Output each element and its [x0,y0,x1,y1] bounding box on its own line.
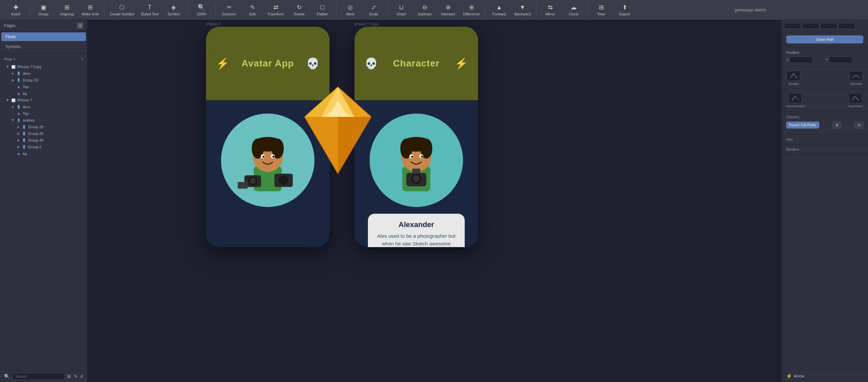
character-app-title: Character [393,58,440,69]
layer-top-copy[interactable]: ▶ ◈ Top [0,84,87,90]
asymmetric-button[interactable] [849,93,862,103]
create-symbol-button[interactable]: ⬡ Create Symbol [106,2,137,18]
layer-group44[interactable]: ▶ f Group 44 [0,137,87,144]
rotate-icon: ↻ [297,4,302,11]
canvas[interactable]: iPhone 7 iPhone 7 Copy ⚡ Avatar App 💀 [88,20,781,382]
svg-rect-30 [412,169,420,174]
backward-label: Backward [515,12,530,16]
zoom-icon: 🔍 [198,4,205,11]
symbol-icon-bg-7: ◈ [16,152,21,156]
layer-bg-7[interactable]: ▶ ◈ bg [0,150,87,157]
layer-top-7[interactable]: ▶ ◈ Top [0,110,87,117]
avatar-app-body [206,100,330,247]
layer-group33[interactable]: ▶ f Group 33 [0,77,87,84]
character-description: Alex used to be a photographer but when … [375,232,458,247]
iphone7-artboard-label: iPhone 7 [206,22,220,26]
search-input[interactable] [12,373,64,380]
layer-bg-copy[interactable]: ▶ ◈ bg [0,90,87,97]
difference-button[interactable]: ⊕ Difference [460,2,483,18]
position-section: Position X Y [781,47,868,67]
ungroup-button[interactable]: ⊞ Ungroup [55,2,79,18]
fills-section: Fills [781,135,868,145]
corners-icon-button-1[interactable]: ⊞ [833,121,841,128]
iphone7-frame[interactable]: ⚡ Avatar App 💀 [206,27,330,247]
mirrored-button[interactable] [849,71,863,81]
group-button[interactable]: ▣ Group [32,2,55,18]
layer-group29[interactable]: ▶ f Group 29 [0,130,87,137]
round-full-pixels-button[interactable]: Round: Full Pixels [786,121,819,128]
arrow-desc-7: ▶ [11,105,16,109]
search-toggle-button[interactable]: 🔍 [4,373,10,380]
iphone7copy-frame[interactable]: 💀 Character ⚡ [354,27,478,247]
svg-point-26 [421,156,423,157]
x-input[interactable] [789,56,813,63]
right-y2-input[interactable] [838,23,855,29]
svg-point-25 [411,156,413,157]
edit-mode-button[interactable]: ✎ [74,373,78,380]
left-sidebar: Pages + Flows Symbols Page 1 + ▶ ⬜ iPhon… [0,20,88,382]
folder-icon-group44: f [21,138,27,142]
right-x1-input[interactable] [784,23,801,29]
arrow-avatars: ▶ [11,118,16,122]
anima-bar: ⚡ Anima [781,370,868,382]
symbol-button[interactable]: ◈ Symbol [162,2,185,18]
close-path-button[interactable]: Close Path [786,35,863,43]
disconnected-button[interactable] [788,93,802,103]
styled-text-button[interactable]: T Styled Text [137,3,162,18]
forward-button[interactable]: ▲ Forward [488,3,511,18]
svg-point-10 [272,156,274,157]
export-button[interactable]: ⬆ Export [613,2,636,18]
document-title: gamesapp.sketch [636,8,864,12]
page-symbols[interactable]: Symbols [1,42,86,51]
mirror-button[interactable]: ⇆ Mirror [538,2,562,18]
corners-icon-button-2[interactable]: ⊟ [855,121,863,128]
cloud-button[interactable]: ☁ Cloud [562,2,585,18]
transform-button[interactable]: ⇄ Transform [264,2,287,18]
layer-desc-7[interactable]: ▶ f desc [0,104,87,110]
symbol-icon: ◈ [171,4,176,11]
layer-avatars[interactable]: ▶ f avatars [0,117,87,123]
page-expand-icon[interactable]: + [81,57,83,61]
close-path-section: Close Path [781,32,868,47]
meet-button[interactable]: ◎ Meet [339,2,362,18]
straight-button[interactable] [787,71,800,81]
layer-iphone7copy[interactable]: ▶ ⬜ iPhone 7 Copy [0,63,87,70]
toolbar-sep-3 [187,4,188,16]
backward-button[interactable]: ▼ Backward [511,3,534,18]
right-x2-input[interactable] [820,23,837,29]
layer-desc-copy[interactable]: ▶ f desc [0,70,87,77]
make-grid-button[interactable]: ⊞ Make Grid [79,2,102,18]
styled-text-label: Styled Text [141,12,159,16]
layer-iphone7[interactable]: ▶ ⬜ iPhone 7 [0,97,87,104]
layer-group26[interactable]: ▶ f Group 26 [0,123,87,130]
page-flows[interactable]: Flows [1,32,86,41]
view-icon: ⊞ [599,4,604,11]
union-button[interactable]: ⊔ Union [390,2,413,18]
grid-view-button[interactable]: ⊞ [67,373,71,380]
hash-button[interactable]: # [81,373,83,380]
meet-label: Meet [346,12,354,16]
corners-label: Corners [786,115,799,119]
straight-label: Straight [788,82,799,86]
layer-group2[interactable]: ▶ f Group 2 [0,144,87,150]
left-bottom-toolbar: 🔍 ⊞ ✎ # [0,370,87,382]
round-full-pixels-row: Round: Full Pixels ⊞ ⊟ [786,121,863,128]
symbol-icon-top-7: ◈ [16,112,21,116]
styled-text-icon: T [148,4,152,11]
pages-add-button[interactable]: + [77,23,83,29]
scissors-button[interactable]: ✂ Scissors [217,2,241,18]
intersect-button[interactable]: ⊗ Intersect [436,2,460,18]
flatten-button[interactable]: ⬡ Flatten [311,2,334,18]
insert-button[interactable]: ✚ Insert [4,2,27,18]
view-button[interactable]: ⊞ View [590,2,613,18]
edit-button[interactable]: ✎ Edit [241,2,264,18]
y-input[interactable] [829,56,852,63]
rotate-button[interactable]: ↻ Rotate [287,2,311,18]
scale-button[interactable]: ⤢ Scale [362,2,385,18]
zoom-control[interactable]: 🔍 100% [190,2,213,18]
x-field-container: X [786,56,824,63]
toolbar-sep-8 [536,4,536,16]
subtract-button[interactable]: ⊖ Subtract [413,2,436,18]
folder-icon-group26: f [21,125,27,129]
right-y1-input[interactable] [802,23,819,29]
